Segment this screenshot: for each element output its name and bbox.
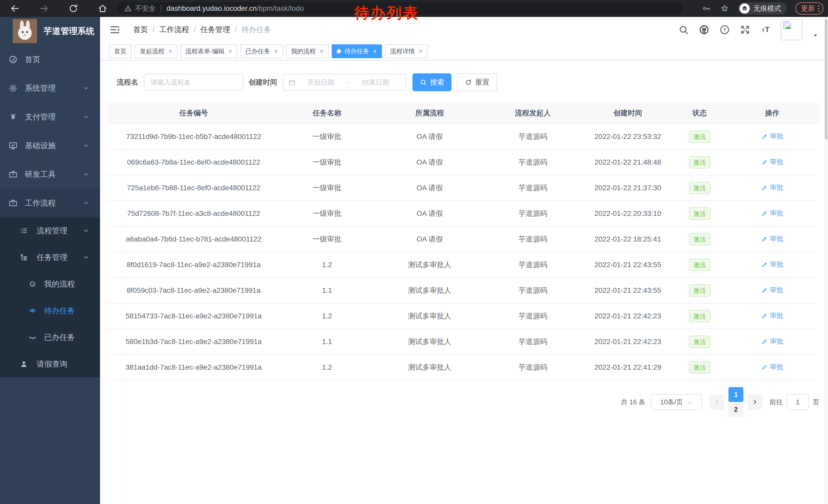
svg-text:?: ?	[723, 27, 726, 33]
pagination: 共 16 条 10条/页 12 前往 页	[621, 387, 819, 417]
approve-link[interactable]: 审批	[761, 183, 783, 192]
goto-page-input[interactable]	[786, 394, 809, 410]
cell-created: 2022-01-21 22:42:23	[581, 303, 675, 329]
github-icon[interactable]	[699, 25, 709, 35]
scrollbar-track[interactable]	[824, 17, 828, 504]
cell-process: 测试多审批人	[374, 329, 485, 355]
cell-name: 一级审批	[280, 175, 374, 201]
toolbox-icon	[8, 170, 18, 179]
rabbit-logo	[13, 19, 37, 43]
warning-icon	[124, 5, 132, 12]
home-icon[interactable]	[97, 3, 108, 13]
help-icon[interactable]: ?	[719, 25, 730, 35]
cell-starter: 芋道源码	[485, 252, 581, 278]
sidebar-item-流程管理[interactable]: 流程管理	[0, 217, 100, 244]
tab-流程表单-编辑[interactable]: 流程表单-编辑×	[180, 44, 237, 58]
app-logo[interactable]: 芋道管理系统	[0, 17, 100, 45]
close-icon[interactable]: ×	[373, 48, 377, 54]
approve-link[interactable]: 审批	[761, 363, 783, 371]
update-label: 更新	[801, 4, 815, 13]
forward-icon[interactable]	[39, 3, 49, 13]
tab-我的流程[interactable]: 我的流程×	[286, 44, 329, 58]
approve-link[interactable]: 审批	[761, 157, 783, 166]
chevron-down-icon	[83, 113, 90, 121]
next-page-button[interactable]	[747, 395, 762, 409]
sidebar-item-请假查询[interactable]: 请假查询	[0, 351, 100, 377]
avatar[interactable]	[781, 19, 802, 40]
incognito-icon	[740, 3, 750, 13]
close-icon[interactable]: ×	[419, 48, 422, 54]
close-icon[interactable]: ×	[229, 48, 232, 54]
reset-button[interactable]: 重置	[457, 73, 497, 91]
page-unit-label: 页	[813, 398, 819, 407]
close-icon[interactable]: ×	[274, 48, 278, 54]
cell-process: OA 请假	[374, 226, 485, 252]
page-button-1[interactable]: 1	[729, 387, 743, 402]
approve-link[interactable]: 审批	[761, 209, 783, 218]
approve-link[interactable]: 审批	[761, 311, 783, 320]
sidebar-item-工作流程[interactable]: 工作流程	[0, 189, 100, 217]
search-button[interactable]: 搜索	[412, 73, 451, 91]
tab-已办任务[interactable]: 已办任务×	[240, 44, 283, 58]
fullscreen-icon[interactable]	[740, 25, 750, 35]
edit-pen-icon	[761, 133, 768, 140]
status-badge: 激活	[689, 208, 710, 220]
security-label: 不安全	[135, 4, 156, 13]
tab-首页[interactable]: 首页	[109, 44, 132, 58]
caret-down-icon[interactable]	[812, 33, 819, 38]
column-header-创建时间: 创建时间	[581, 102, 675, 124]
sidebar-item-我的流程[interactable]: 我的流程	[0, 271, 100, 297]
key-icon[interactable]	[702, 4, 711, 13]
table-row: 725a1eb6-7b88-11ec-8ef0-acde48001122一级审批…	[108, 175, 820, 201]
breadcrumb-item-工作流程[interactable]: 工作流程	[159, 25, 189, 35]
sidebar-item-基础设施[interactable]: 基础设施	[0, 131, 100, 160]
date-range-picker[interactable]: 开始日期 - 结束日期	[283, 74, 406, 91]
tab-待办任务[interactable]: 待办任务×	[332, 44, 382, 58]
page-button-2[interactable]: 2	[729, 402, 743, 417]
tabs-bar: 首页发起流程×流程表单-编辑×已办任务×我的流程×待办任务×流程详情×	[100, 43, 828, 60]
edit-pen-icon	[761, 184, 768, 191]
breadcrumb-item-任务管理[interactable]: 任务管理	[200, 25, 230, 35]
cell-status: 激活	[675, 226, 724, 252]
cell-status: 激活	[675, 175, 724, 201]
sidebar-item-支付管理[interactable]: ¥支付管理	[0, 102, 100, 131]
svg-text:T: T	[761, 28, 764, 33]
collapse-sidebar-icon[interactable]	[109, 24, 121, 36]
scrollbar-thumb[interactable]	[825, 19, 827, 139]
approve-link[interactable]: 审批	[761, 260, 783, 269]
search-icon[interactable]	[678, 25, 689, 35]
process-name-input[interactable]	[144, 74, 243, 91]
reload-icon[interactable]	[68, 3, 79, 13]
tab-发起流程[interactable]: 发起流程×	[135, 44, 177, 58]
kebab-menu-icon[interactable]	[818, 5, 819, 12]
prev-page-button[interactable]	[709, 395, 724, 409]
approve-link[interactable]: 审批	[761, 132, 783, 141]
cell-process: 测试多审批人	[374, 303, 485, 329]
close-icon[interactable]: ×	[320, 48, 324, 54]
breadcrumb-item-首页[interactable]: 首页	[133, 25, 148, 35]
star-icon[interactable]	[720, 4, 729, 13]
sidebar-item-研发工具[interactable]: 研发工具	[0, 160, 100, 189]
back-icon[interactable]	[10, 3, 20, 13]
approve-link[interactable]: 审批	[761, 286, 783, 294]
main-area: 首页/工作流程/任务管理/待办任务 ?TT 首页发起流程×流程表单-编辑×已办任…	[100, 17, 828, 504]
table-body: 73211d9d-7b9b-11ec-b5b7-acde48001122一级审批…	[108, 124, 820, 380]
tab-流程详情[interactable]: 流程详情×	[385, 44, 427, 58]
cell-created: 2022-01-21 22:42:23	[581, 329, 675, 355]
sidebar-item-任务管理[interactable]: 任务管理	[0, 244, 100, 271]
edit-pen-icon	[761, 364, 768, 370]
page-size-select[interactable]: 10条/页	[651, 394, 702, 410]
approve-link[interactable]: 审批	[761, 337, 783, 346]
sidebar-item-首页[interactable]: 首页	[0, 45, 100, 74]
cell-id: 069c6a63-7b8a-11ec-8ef0-acde48001122	[108, 149, 280, 175]
cell-status: 激活	[675, 329, 724, 355]
close-icon[interactable]: ×	[169, 48, 172, 54]
update-button[interactable]: 更新	[795, 2, 823, 15]
sidebar-item-系统管理[interactable]: 系统管理	[0, 74, 100, 102]
approve-link[interactable]: 审批	[761, 234, 783, 243]
cell-starter: 芋道源码	[485, 175, 581, 201]
sidebar-item-待办任务[interactable]: 待办任务	[0, 297, 100, 324]
sidebar-item-已办任务[interactable]: 已办任务	[0, 324, 100, 351]
chevron-down-icon	[83, 227, 90, 234]
font-size-icon[interactable]: TT	[760, 25, 771, 35]
